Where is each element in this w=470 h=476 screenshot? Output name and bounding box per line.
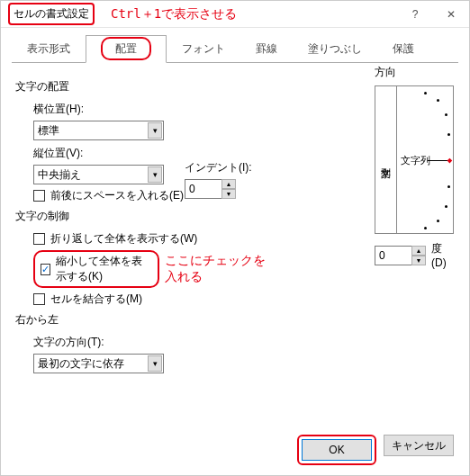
degree-label: 度(D): [431, 241, 454, 269]
annotation-check: ここにチェックを入れる: [165, 253, 267, 285]
indent-label: インデント(I):: [185, 160, 252, 175]
vertical-label: 縦位置(V):: [33, 146, 267, 161]
help-button[interactable]: ?: [397, 2, 433, 27]
tab-alignment-label: 配置: [101, 37, 151, 60]
dial-text: 文字列: [401, 153, 430, 166]
dial-diamond-icon: [447, 157, 453, 163]
orientation-dial[interactable]: 文字列: [397, 86, 453, 233]
dialog-title: セルの書式設定: [8, 3, 95, 25]
degree-spinner[interactable]: ▲ ▼: [375, 246, 426, 265]
spinner-down-icon[interactable]: ▼: [221, 189, 236, 199]
ok-button[interactable]: OK: [302, 439, 372, 461]
chevron-down-icon: ▾: [148, 122, 162, 139]
spaces-label: 前後にスペースを入れる(E): [50, 188, 184, 203]
indent-input[interactable]: [185, 179, 222, 199]
wrap-label: 折り返して全体を表示する(W): [50, 231, 197, 247]
section-rtl: 右から左: [15, 312, 267, 328]
merge-checkbox[interactable]: [33, 293, 45, 305]
tab-number[interactable]: 表示形式: [12, 35, 86, 63]
close-button[interactable]: ✕: [433, 2, 469, 27]
orientation-box[interactable]: 文字列 文字列: [375, 85, 454, 234]
spinner-up-icon[interactable]: ▲: [411, 246, 426, 256]
shrink-checkbox[interactable]: [41, 264, 50, 275]
section-text-control: 文字の制御: [15, 209, 267, 224]
chevron-down-icon: ▾: [148, 166, 162, 183]
orientation-vertical-text[interactable]: 文字列: [375, 86, 397, 233]
spinner-up-icon[interactable]: ▲: [221, 179, 236, 189]
wrap-checkbox[interactable]: [33, 233, 45, 245]
spaces-checkbox[interactable]: [33, 190, 45, 202]
cancel-button[interactable]: キャンセル: [384, 435, 454, 456]
tab-border[interactable]: 罫線: [240, 35, 293, 63]
horizontal-value: 標準: [38, 123, 59, 139]
annotation-shortcut: Ctrl＋1で表示させる: [111, 6, 237, 22]
chevron-down-icon: ▾: [148, 355, 162, 372]
tab-fill[interactable]: 塗りつぶし: [293, 35, 377, 63]
vertical-value: 中央揃え: [38, 167, 81, 183]
text-direction-label: 文字の方向(T):: [33, 335, 267, 350]
direction-title: 方向: [375, 65, 454, 80]
section-text-alignment: 文字の配置: [15, 79, 267, 94]
indent-spinner[interactable]: ▲ ▼: [185, 179, 252, 199]
tab-protection[interactable]: 保護: [377, 35, 429, 63]
horizontal-select[interactable]: 標準 ▾: [33, 121, 164, 140]
spinner-down-icon[interactable]: ▼: [411, 256, 426, 265]
shrink-label: 縮小して全体を表示する(K): [56, 254, 152, 284]
horizontal-label: 横位置(H):: [33, 102, 267, 117]
degree-input[interactable]: [375, 246, 412, 265]
text-direction-select[interactable]: 最初の文字に依存 ▾: [33, 354, 164, 373]
vertical-select[interactable]: 中央揃え ▾: [33, 165, 164, 184]
tab-alignment[interactable]: 配置: [86, 35, 167, 63]
merge-label: セルを結合する(M): [50, 292, 142, 307]
text-direction-value: 最初の文字に依存: [38, 356, 124, 372]
tab-strip: 表示形式 配置 フォント 罫線 塗りつぶし 保護: [1, 28, 469, 63]
tab-font[interactable]: フォント: [167, 35, 240, 63]
